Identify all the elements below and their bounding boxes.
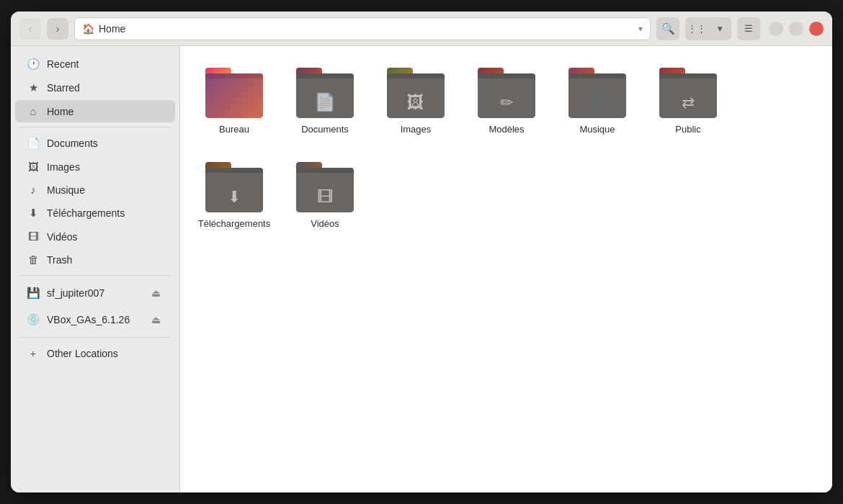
view-toggle-group: ⋮⋮ ▾ [685,17,731,40]
file-label-bureau: Bureau [219,124,249,136]
sidebar-label-musique: Musique [47,184,85,196]
trash-icon: 🗑 [27,253,40,266]
titlebar: ‹ › 🏠 Home ▾ 🔍 ⋮⋮ ▾ ☰ — □ ✕ [11,12,832,46]
folder-icon-bureau [205,68,263,118]
sidebar-label-telechargements: Téléchargements [47,207,125,219]
sidebar-item-trash[interactable]: 🗑 Trash [15,248,175,271]
sidebar-item-home[interactable]: ⌂ Home [15,100,175,122]
sidebar-separator-1 [19,127,171,127]
folder-icon-telechargements: ⬇ [205,162,263,212]
sidebar-item-documents[interactable]: 📄 Documents [15,132,175,155]
folder-inner-icon-musique: 🎵 [586,92,608,112]
drive-icon-sf: 💾 [27,287,40,300]
home-icon: 🏠 [82,23,94,35]
file-label-public: Public [675,124,700,136]
file-grid: Bureau 📄 Documents [195,60,818,238]
file-item-bureau[interactable]: Bureau [195,60,274,143]
location-text: Home [99,23,634,35]
recent-icon: 🕐 [27,58,40,71]
file-item-videos[interactable]: 🎞 Vidéos [285,155,365,238]
chevron-down-icon: ▾ [638,24,643,34]
close-button[interactable]: ✕ [809,22,824,36]
sidebar-item-starred[interactable]: ★ Starred [15,76,175,99]
sidebar-item-recent[interactable]: 🕐 Recent [15,53,175,76]
back-button[interactable]: ‹ [19,18,41,40]
folder-inner-icon-documents: 📄 [314,92,336,112]
window-controls: — □ ✕ [769,22,824,36]
videos-icon: 🎞 [27,230,40,243]
file-manager-window: ‹ › 🏠 Home ▾ 🔍 ⋮⋮ ▾ ☰ — □ ✕ 🕐 Recent [11,12,832,492]
starred-icon: ★ [27,81,40,94]
search-button[interactable]: 🔍 [656,17,679,40]
sidebar-label-starred: Starred [47,82,80,94]
sidebar-label-sf: sf_jupiter007 [47,287,104,299]
folder-inner-icon-modeles: ✏ [500,94,513,112]
main-area: 🕐 Recent ★ Starred ⌂ Home 📄 Documents 🖼 [11,46,832,492]
plus-icon: + [27,347,40,359]
sidebar-label-vbox: VBox_GAs_6.1.26 [47,314,130,325]
file-item-images[interactable]: 🖼 Images [376,60,455,143]
menu-button[interactable]: ☰ [737,17,760,40]
file-item-telechargements[interactable]: ⬇ Téléchargements [195,155,274,238]
sidebar-item-other-locations[interactable]: + Other Locations [15,342,175,364]
sidebar: 🕐 Recent ★ Starred ⌂ Home 📄 Documents 🖼 [11,46,180,492]
music-icon: ♪ [27,184,40,196]
file-label-modeles: Modèles [489,124,524,136]
folder-icon-documents: 📄 [296,68,354,118]
sidebar-label-other: Other Locations [47,348,118,359]
file-label-documents: Documents [301,124,349,136]
folder-icon-modeles: ✏ [478,68,535,118]
disc-icon-vbox: 💿 [27,313,40,326]
forward-button[interactable]: › [47,18,68,40]
folder-icon-videos: 🎞 [296,162,354,212]
folder-icon-images: 🖼 [387,68,445,118]
folder-icon-public: ⇄ [659,68,717,118]
folder-inner-icon-videos: 🎞 [317,188,333,207]
eject-button-vbox[interactable]: ⏏ [148,312,164,328]
file-label-telechargements: Téléchargements [198,218,270,230]
file-label-videos: Vidéos [311,218,339,230]
sidebar-item-images[interactable]: 🖼 Images [15,156,175,178]
sidebar-item-telechargements[interactable]: ⬇ Téléchargements [15,202,175,225]
folder-inner-icon-images: 🖼 [407,92,424,112]
file-label-musique: Musique [579,124,615,136]
file-item-musique[interactable]: 🎵 Musique [558,60,637,143]
folder-icon-musique: 🎵 [568,68,626,118]
documents-icon: 📄 [27,137,40,150]
file-area: Bureau 📄 Documents [180,46,832,492]
folder-inner-icon-telechargements: ⬇ [228,188,241,207]
eject-button-sf[interactable]: ⏏ [148,285,164,301]
sidebar-label-videos: Vidéos [47,231,78,243]
sidebar-label-images: Images [47,161,80,173]
sidebar-label-home: Home [47,106,73,117]
sidebar-label-trash: Trash [47,254,72,266]
maximize-button[interactable]: □ [789,22,803,36]
sidebar-item-musique[interactable]: ♪ Musique [15,179,175,201]
sidebar-label-documents: Documents [47,138,98,149]
file-label-images: Images [401,124,432,136]
home-sidebar-icon: ⌂ [27,105,40,117]
sidebar-separator-3 [19,337,171,338]
file-item-public[interactable]: ⇄ Public [648,60,728,143]
sidebar-separator-2 [19,275,171,276]
images-icon: 🖼 [27,161,40,173]
grid-view-button[interactable]: ⋮⋮ [685,17,708,40]
list-view-dropdown[interactable]: ▾ [708,17,731,40]
sidebar-item-videos[interactable]: 🎞 Vidéos [15,225,175,248]
file-item-documents[interactable]: 📄 Documents [285,60,365,143]
sidebar-label-recent: Recent [47,58,79,70]
location-bar: 🏠 Home ▾ [74,17,651,40]
sidebar-item-sf-jupiter[interactable]: 💾 sf_jupiter007 ⏏ [15,280,175,306]
file-item-modeles[interactable]: ✏ Modèles [467,60,546,143]
folder-inner-icon-public: ⇄ [682,94,695,112]
minimize-button[interactable]: — [769,22,783,36]
download-icon: ⬇ [27,207,40,220]
sidebar-item-vbox[interactable]: 💿 VBox_GAs_6.1.26 ⏏ [15,307,175,333]
